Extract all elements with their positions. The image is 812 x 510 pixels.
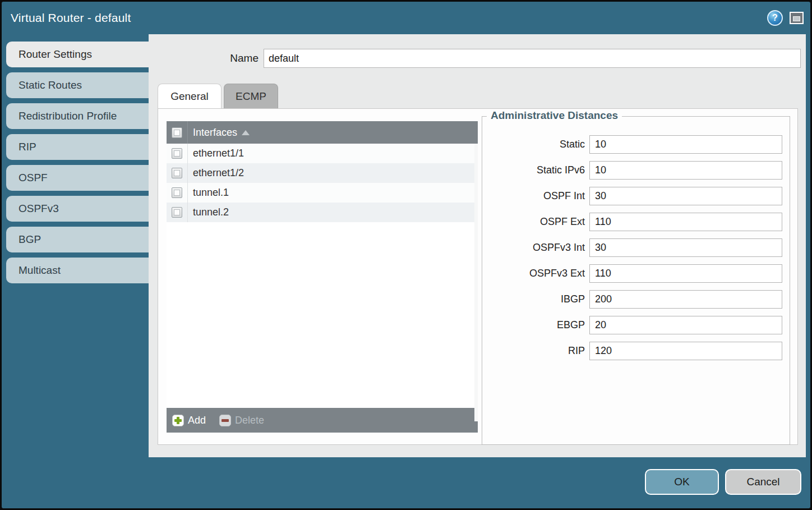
add-button[interactable]: Add (172, 415, 206, 426)
ospfv3-int-input[interactable] (589, 238, 782, 257)
row-checkbox[interactable] (172, 187, 182, 198)
sidebar: Router Settings Static Routes Redistribu… (2, 34, 149, 508)
field-row-ospf-ext: OSPF Ext (482, 213, 790, 231)
table-footer: Add Delete (167, 408, 478, 433)
minus-icon (219, 415, 231, 426)
static-label: Static (482, 139, 585, 150)
table-row[interactable]: tunnel.2 (167, 203, 478, 222)
ospf-int-label: OSPF Int (482, 190, 585, 202)
row-checkbox-cell (167, 163, 188, 183)
dialog-titlebar: Virtual Router - default ? (2, 2, 810, 34)
sort-ascending-icon[interactable] (242, 130, 250, 135)
sidebar-item-multicast[interactable]: Multicast (6, 258, 149, 283)
interfaces-table-header: Interfaces (167, 121, 478, 144)
sidebar-item-bgp[interactable]: BGP (6, 227, 149, 252)
field-row-ospfv3-int: OSPFv3 Int (482, 238, 790, 257)
name-label: Name (230, 52, 259, 65)
restore-window-icon-inner (793, 16, 800, 21)
dialog-title: Virtual Router - default (11, 11, 131, 25)
rip-label: RIP (482, 345, 585, 357)
rip-input[interactable] (589, 342, 782, 360)
restore-window-icon[interactable] (790, 12, 804, 24)
table-empty-body (167, 222, 478, 408)
ospfv3-int-label: OSPFv3 Int (482, 242, 585, 254)
sidebar-item-ospf[interactable]: OSPF (6, 165, 149, 191)
administrative-distances-title: Administrative Distances (487, 109, 622, 122)
row-checkbox-inner (174, 150, 180, 157)
static-input[interactable] (589, 135, 782, 154)
field-row-rip: RIP (482, 342, 790, 360)
interface-name: tunnel.2 (193, 206, 229, 218)
table-scrollbar[interactable] (474, 144, 478, 421)
row-checkbox[interactable] (172, 168, 182, 178)
static-ipv6-input[interactable] (589, 161, 782, 180)
field-row-ospfv3-ext: OSPFv3 Ext (482, 264, 790, 283)
help-icon[interactable]: ? (767, 10, 783, 26)
virtual-router-dialog: Virtual Router - default ? Router Settin… (2, 2, 810, 508)
field-row-ebgp: EBGP (482, 316, 790, 334)
delete-button-label: Delete (235, 415, 264, 426)
field-row-ospf-int: OSPF Int (482, 187, 790, 205)
add-button-label: Add (188, 415, 206, 426)
tab-general[interactable]: General (158, 84, 222, 108)
select-all-checkbox[interactable] (172, 127, 182, 138)
interfaces-table: Interfaces ethernet1/1 (167, 121, 478, 433)
name-input[interactable] (264, 49, 801, 68)
table-row[interactable]: ethernet1/2 (167, 163, 478, 183)
sidebar-item-router-settings[interactable]: Router Settings (6, 42, 149, 67)
sidebar-item-ospfv3[interactable]: OSPFv3 (6, 196, 149, 222)
ebgp-label: EBGP (482, 319, 585, 331)
interface-name: ethernet1/2 (193, 167, 244, 179)
administrative-distances-rows: Static Static IPv6 OSPF Int OSPF Ext (482, 135, 790, 367)
interface-name: tunnel.1 (193, 187, 229, 199)
select-all-cell (167, 121, 188, 144)
row-checkbox[interactable] (172, 207, 182, 218)
select-all-checkbox-inner (174, 130, 180, 136)
ibgp-input[interactable] (589, 290, 782, 309)
interfaces-column-header[interactable]: Interfaces (193, 127, 237, 139)
row-checkbox-cell (167, 203, 188, 222)
ospf-int-input[interactable] (589, 187, 782, 205)
row-checkbox-cell (167, 144, 188, 163)
field-row-ibgp: IBGP (482, 290, 790, 309)
tabstrip: General ECMP (158, 84, 278, 108)
general-tab-panel: Interfaces ethernet1/1 (158, 108, 798, 445)
ebgp-input[interactable] (589, 316, 782, 334)
tab-ecmp[interactable]: ECMP (224, 84, 278, 108)
row-checkbox-cell (167, 183, 188, 203)
sidebar-item-redistribution-profile[interactable]: Redistribution Profile (6, 103, 149, 129)
row-checkbox-inner (174, 190, 180, 196)
ospf-ext-label: OSPF Ext (482, 216, 585, 228)
row-checkbox-inner (174, 209, 180, 215)
ibgp-label: IBGP (482, 293, 585, 305)
sidebar-item-rip[interactable]: RIP (6, 134, 149, 160)
field-row-static: Static (482, 135, 790, 154)
cancel-button[interactable]: Cancel (725, 469, 801, 495)
name-row: Name (149, 49, 801, 68)
plus-icon (172, 415, 184, 426)
ospf-ext-input[interactable] (589, 213, 782, 231)
sidebar-padding (2, 34, 149, 42)
table-row[interactable]: tunnel.1 (167, 183, 478, 203)
table-row[interactable]: ethernet1/1 (167, 144, 478, 163)
ospfv3-ext-label: OSPFv3 Ext (482, 268, 585, 279)
row-checkbox[interactable] (172, 148, 182, 159)
static-ipv6-label: Static IPv6 (482, 164, 585, 176)
administrative-distances-fieldset: Administrative Distances Static Static I… (482, 116, 790, 445)
sidebar-item-static-routes[interactable]: Static Routes (6, 72, 149, 98)
ok-button[interactable]: OK (645, 469, 719, 495)
delete-button: Delete (219, 415, 264, 426)
row-checkbox-inner (174, 170, 180, 176)
content-area: Name General ECMP Interfaces (149, 34, 806, 457)
field-row-static-ipv6: Static IPv6 (482, 161, 790, 180)
ospfv3-ext-input[interactable] (589, 264, 782, 283)
interface-name: ethernet1/1 (193, 148, 244, 159)
